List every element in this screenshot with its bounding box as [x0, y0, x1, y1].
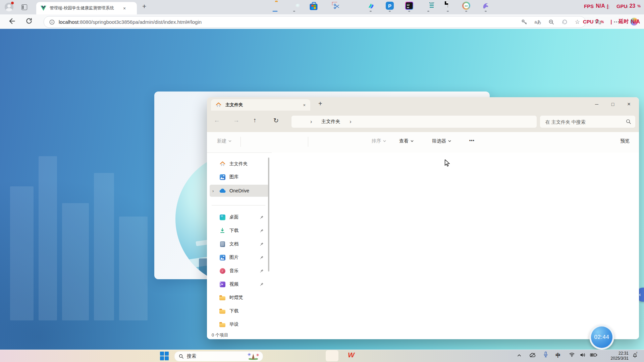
- tray-show-hidden-icons[interactable]: [518, 354, 521, 357]
- url-bar[interactable]: localhost:8080/springboot3c3856pa/admin/…: [44, 16, 586, 28]
- perf-separator: |: [607, 3, 608, 9]
- running-indicator: [465, 11, 467, 12]
- zoom-out-icon[interactable]: [548, 19, 554, 25]
- sidebar-item-downloads[interactable]: 下载: [210, 225, 269, 237]
- breadcrumb[interactable]: › 主文件夹 ›: [291, 116, 537, 128]
- sidebar-item-onedrive[interactable]: › OneDrive: [210, 185, 269, 197]
- gpu-label: GPU: [616, 3, 628, 9]
- sidebar-item-folder[interactable]: 时熠梵: [210, 292, 269, 304]
- file-list-area[interactable]: [272, 153, 639, 331]
- explorer-tab[interactable]: 主文件夹 ×: [211, 99, 310, 111]
- password-key-icon[interactable]: [521, 19, 527, 25]
- taskbar-p-app-icon[interactable]: P: [386, 2, 394, 10]
- breadcrumb-chevron-icon[interactable]: ›: [310, 119, 312, 125]
- onedrive-paused-icon[interactable]: [529, 353, 536, 358]
- sidebar-item-documents[interactable]: 文档: [210, 238, 269, 250]
- browser-tab-active[interactable]: 管理端-校园学生健康监测管理系统 ×: [36, 2, 137, 14]
- taskbar-trae-icon[interactable]: [367, 2, 375, 10]
- sidebar-item-home[interactable]: 主文件夹: [210, 158, 269, 170]
- chevron-down-icon: [228, 140, 231, 142]
- sort-button[interactable]: 排序: [372, 138, 386, 144]
- sidebar-item-folder[interactable]: 下载: [210, 305, 269, 317]
- sidebar-item-gallery[interactable]: 图库: [210, 171, 269, 183]
- tab-close-icon[interactable]: ×: [123, 6, 126, 11]
- taskbar-search[interactable]: 搜索: [174, 351, 263, 361]
- favorite-star-icon[interactable]: ☆: [575, 19, 580, 25]
- desktop-icon: [218, 215, 226, 220]
- nav-forward-icon[interactable]: →: [233, 117, 239, 124]
- reading-swirl-icon[interactable]: [561, 19, 568, 25]
- taskbar-store-icon[interactable]: [310, 2, 318, 10]
- sidebar-label: 图库: [229, 174, 238, 180]
- preview-button[interactable]: 预览: [620, 138, 630, 144]
- running-indicator: [408, 11, 410, 12]
- sidebar-item-folder[interactable]: 毕设: [210, 318, 269, 330]
- background-building: [94, 173, 114, 320]
- nav-refresh-icon[interactable]: ↻: [273, 117, 279, 124]
- taskbar-intellij-icon[interactable]: IJ: [405, 2, 413, 10]
- sidebar-item-videos[interactable]: ▶ 视频: [210, 278, 269, 290]
- breadcrumb-chevron-icon[interactable]: ›: [350, 119, 351, 125]
- volume-icon[interactable]: [580, 352, 586, 358]
- explorer-command-bar: [207, 132, 639, 153]
- floating-clock-bubble[interactable]: 02:44: [589, 325, 614, 350]
- close-button[interactable]: ×: [621, 97, 637, 111]
- start-button[interactable]: [160, 352, 169, 360]
- expander-chevron-icon[interactable]: ›: [212, 188, 214, 193]
- running-indicator: [447, 11, 449, 12]
- explorer-new-tab-button[interactable]: +: [318, 100, 322, 108]
- taskbar-ev-recorder-icon[interactable]: ev: [462, 2, 470, 10]
- running-indicator: [485, 11, 487, 12]
- explorer-search-input[interactable]: [545, 116, 623, 128]
- translate-icon[interactable]: aあ: [534, 19, 541, 25]
- browser-refresh-icon[interactable]: [25, 17, 33, 24]
- more-options-icon[interactable]: •••: [469, 138, 475, 143]
- mouse-cursor: [444, 160, 451, 167]
- ime-indicator[interactable]: 中: [556, 352, 561, 359]
- chevron-down-icon: [411, 140, 414, 142]
- sidebar-item-pictures[interactable]: 图片: [210, 251, 269, 263]
- wifi-icon[interactable]: [569, 352, 575, 357]
- preview-label: 预览: [620, 138, 630, 144]
- explorer-tab-close-icon[interactable]: ×: [303, 103, 306, 108]
- taskbar-snip-highlight: [326, 350, 338, 361]
- new-tab-button[interactable]: +: [142, 2, 146, 10]
- site-info-icon[interactable]: [49, 19, 55, 25]
- sidebar-scrollbar[interactable]: [268, 158, 269, 272]
- browser-back-icon[interactable]: [8, 17, 15, 25]
- nav-up-icon[interactable]: ↑: [253, 117, 257, 124]
- latency-label: 延时: [619, 18, 629, 25]
- notification-bell-icon[interactable]: z: [632, 352, 638, 358]
- maximize-button[interactable]: □: [605, 97, 621, 111]
- minimize-button[interactable]: ─: [589, 97, 605, 111]
- videos-icon: ▶: [218, 282, 226, 287]
- search-icon: [179, 354, 184, 359]
- battery-charging-icon[interactable]: [590, 353, 597, 357]
- chevron-down-icon: [383, 140, 386, 142]
- taskbar-blank-document-icon[interactable]: [447, 2, 448, 8]
- sidebar-item-music[interactable]: ♪ 音乐: [210, 265, 269, 277]
- perf-separator-2: |: [610, 19, 612, 24]
- taskbar-dolphin-app-icon[interactable]: [482, 2, 490, 10]
- view-label: 查看: [399, 138, 409, 144]
- view-button[interactable]: 查看: [399, 138, 414, 144]
- tab-workspaces-icon[interactable]: [21, 4, 27, 10]
- profile-notification-dot: [11, 2, 14, 4]
- sidebar-item-desktop[interactable]: 桌面: [210, 211, 269, 223]
- url-text[interactable]: localhost:8080/springboot3c3856pa/admin/…: [59, 19, 202, 25]
- taskbar-wps-icon[interactable]: W: [348, 351, 355, 359]
- filter-button[interactable]: 筛选器: [432, 138, 451, 144]
- sidebar-divider: [212, 205, 265, 205]
- running-indicator: [389, 11, 391, 12]
- sidebar-label: OneDrive: [229, 188, 249, 193]
- microphone-icon[interactable]: [544, 351, 548, 358]
- new-button[interactable]: 新建: [217, 138, 231, 144]
- search-icon[interactable]: [626, 119, 631, 124]
- tray-clock[interactable]: 22:31 2025/3/31: [606, 351, 629, 361]
- nav-back-icon[interactable]: ←: [214, 117, 220, 124]
- explorer-search-box[interactable]: [540, 116, 635, 128]
- sidebar-label: 毕设: [229, 321, 238, 327]
- documents-icon: [218, 241, 226, 247]
- breadcrumb-item[interactable]: 主文件夹: [321, 119, 340, 125]
- taskbar-search-placeholder: 搜索: [187, 353, 196, 359]
